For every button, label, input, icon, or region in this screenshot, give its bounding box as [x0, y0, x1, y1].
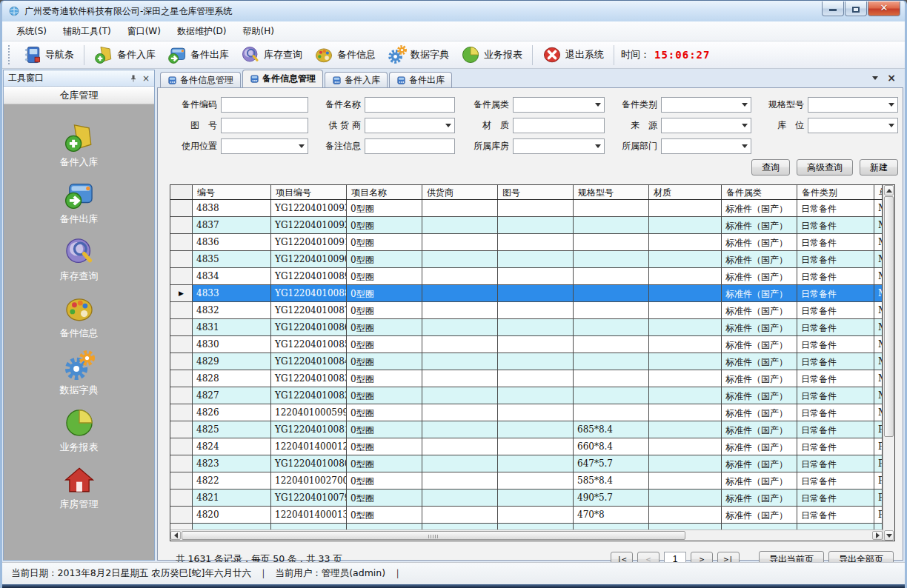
- window-bottom-border: [2, 584, 905, 588]
- button-查询[interactable]: 查询: [751, 159, 790, 176]
- field-input[interactable]: [365, 138, 455, 154]
- table-row[interactable]: 4834YG122040100890型圈标准件（国产）日常备件M: [170, 268, 883, 285]
- table-cell: [649, 507, 722, 524]
- horizontal-scroll-thumb[interactable]: [182, 531, 685, 540]
- field-select[interactable]: [221, 138, 308, 154]
- tab-list-dropdown-icon[interactable]: [872, 76, 878, 83]
- table-cell: [422, 319, 498, 336]
- menu-item[interactable]: 帮助(H): [235, 21, 282, 41]
- toolbar-button[interactable]: 数据字典: [382, 43, 455, 67]
- toolbar-button[interactable]: 退出系统: [536, 43, 610, 67]
- tab-备件信息管理[interactable]: 备件信息管理: [242, 70, 323, 87]
- sidebar-item[interactable]: 备件出库: [60, 179, 99, 226]
- chevron-down-icon: [742, 144, 748, 151]
- table-cell: 日常备件: [797, 404, 874, 421]
- table-cell: 标准件（国产）: [722, 370, 797, 387]
- toolbar-button[interactable]: 业务报表: [455, 43, 528, 67]
- tab-page-icon: [167, 76, 177, 85]
- table-cell: 0型圈: [347, 507, 422, 524]
- field-select[interactable]: [661, 138, 751, 154]
- table-row[interactable]: 4825YG122040100810型圈685*8.4标准件（国产）日常备件PC: [170, 421, 883, 438]
- tab-备件入库[interactable]: 备件入库: [325, 72, 388, 87]
- table-cell: 标准件（国产）: [722, 507, 797, 524]
- table-row[interactable]: 4832YG122040100870型圈标准件（国产）日常备件M: [170, 302, 883, 319]
- table-cell: [498, 421, 574, 438]
- toolbar-button[interactable]: 库存查询: [235, 43, 308, 67]
- table-row[interactable]: 482412204014000120型圈660*8.4标准件（国产）日常备件PC: [170, 438, 883, 455]
- table-row[interactable]: ▶4833YG122040100880型圈标准件（国产）日常备件M: [170, 285, 883, 302]
- tab-备件信息管理[interactable]: 备件信息管理: [160, 72, 241, 87]
- field-select[interactable]: [365, 118, 455, 133]
- table-row[interactable]: 482212204010027000型圈585*8.4标准件（国产）日常备件PC: [170, 472, 883, 490]
- table-row[interactable]: 4829YG122040100840型圈标准件（国产）日常备件M: [170, 353, 883, 370]
- table-row[interactable]: 482012204014000130型圈470*8标准件（国产）日常备件PC: [170, 507, 883, 524]
- app-window: 广州爱奇迪软件科技有限公司-深田之星仓库管理系统 ✕ 系统(S)辅助工具(T)窗…: [0, 0, 907, 588]
- field-input[interactable]: [221, 118, 308, 133]
- sidebar-item[interactable]: 业务报表: [60, 407, 99, 454]
- scroll-down-button[interactable]: [884, 530, 894, 541]
- table-cell: [498, 268, 574, 285]
- vertical-scrollbar[interactable]: [883, 185, 894, 541]
- button-新建[interactable]: 新建: [860, 159, 898, 176]
- sidebar-item[interactable]: 数据字典: [60, 350, 99, 397]
- vertical-scroll-thumb[interactable]: [884, 196, 894, 437]
- field-select[interactable]: [808, 97, 898, 113]
- button-高级查询[interactable]: 高级查询: [797, 159, 853, 176]
- field-select[interactable]: [513, 97, 605, 113]
- field-input[interactable]: [221, 97, 308, 113]
- minimize-button[interactable]: [822, 1, 844, 16]
- tab-close-icon[interactable]: ×: [887, 73, 896, 83]
- table-row[interactable]: 4821YG122040100790型圈490*5.7标准件（国产）日常备件PC: [170, 490, 883, 507]
- table-cell: [574, 336, 649, 353]
- horizontal-scrollbar[interactable]: [170, 529, 883, 541]
- table-cell: PC: [874, 455, 883, 472]
- field-input[interactable]: [513, 118, 605, 133]
- table-row[interactable]: 4836YG122040100910型圈标准件（国产）日常备件M: [170, 234, 883, 251]
- sidebar-item[interactable]: 备件信息: [60, 293, 99, 340]
- field-select[interactable]: [808, 118, 898, 133]
- table-row[interactable]: [170, 524, 883, 529]
- table-cell: [574, 200, 649, 217]
- toolbar-button[interactable]: 备件入库: [88, 43, 162, 67]
- toolbar-button[interactable]: 备件信息: [308, 43, 382, 67]
- field-select[interactable]: [661, 97, 751, 113]
- scroll-left-button[interactable]: [170, 531, 181, 540]
- toolbar-button-label: 退出系统: [565, 48, 604, 61]
- table-row[interactable]: 4831YG122040100860型圈标准件（国产）日常备件M: [170, 319, 883, 336]
- table-row[interactable]: 4837YG122040100920型圈标准件（国产）日常备件M: [170, 217, 883, 234]
- scroll-up-button[interactable]: [884, 185, 894, 196]
- table-cell: 日常备件: [797, 302, 874, 319]
- menu-item[interactable]: 窗口(W): [119, 21, 169, 41]
- table-row[interactable]: 4835YG122040100900型圈标准件（国产）日常备件M: [170, 251, 883, 268]
- table-row[interactable]: 4828YG122040100830型圈标准件（国产）日常备件M: [170, 370, 883, 387]
- table-cell: [649, 234, 722, 251]
- scroll-right-button[interactable]: [872, 531, 883, 540]
- pin-icon[interactable]: [129, 74, 138, 83]
- menu-item[interactable]: 系统(S): [8, 21, 55, 41]
- toolbar-button[interactable]: 备件出库: [162, 43, 235, 67]
- sidebar-item[interactable]: 备件入库: [60, 122, 99, 169]
- field-select[interactable]: [513, 138, 605, 154]
- close-button[interactable]: ✕: [868, 1, 900, 16]
- table-row[interactable]: 4838YG122040100930型圈标准件（国产）日常备件M: [170, 200, 883, 217]
- table-cell: [574, 302, 649, 319]
- sidebar-item[interactable]: 库房管理: [60, 464, 99, 511]
- tab-备件出库[interactable]: 备件出库: [389, 72, 452, 87]
- maximize-button[interactable]: [845, 1, 867, 16]
- toolbar-grip[interactable]: [8, 45, 10, 64]
- menu-item[interactable]: 数据维护(D): [169, 21, 235, 41]
- table-cell: 0型圈: [347, 387, 422, 404]
- sidebar-close-icon[interactable]: ×: [142, 74, 150, 83]
- sidebar-group-header[interactable]: 仓库管理: [4, 87, 154, 104]
- table-row[interactable]: 4823YG122040100800型圈647*5.7标准件（国产）日常备件PC: [170, 455, 883, 472]
- field-input[interactable]: [365, 97, 455, 113]
- table-row[interactable]: 4827YG122040100820型圈标准件（国产）日常备件M: [170, 387, 883, 404]
- table-row[interactable]: 482612204010005990型圈标准件（国产）日常备件M: [170, 404, 883, 421]
- menu-item[interactable]: 辅助工具(T): [55, 21, 119, 41]
- row-selector-cell: ▶: [170, 285, 193, 302]
- table-row[interactable]: 4830YG122040100850型圈标准件（国产）日常备件M: [170, 336, 883, 353]
- toolbar-button[interactable]: 导航条: [16, 43, 80, 67]
- sidebar-item[interactable]: 库存查询: [60, 236, 99, 283]
- table-cell: 标准件（国产）: [722, 319, 797, 336]
- field-select[interactable]: [661, 118, 751, 133]
